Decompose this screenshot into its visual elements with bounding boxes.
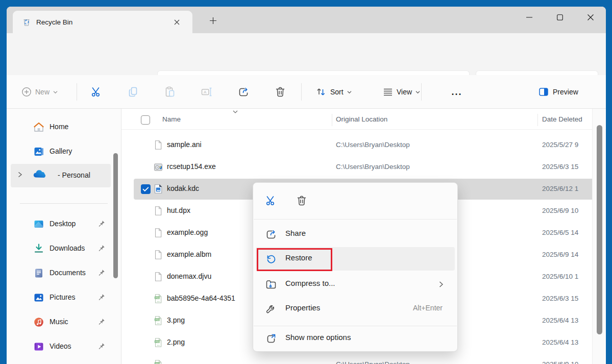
rename-button[interactable]: A [197,82,217,102]
check-icon [141,184,151,194]
menu-item-show-more-options[interactable]: Show more options [256,328,455,349]
sidebar-item-label: Videos [50,342,71,350]
sidebar-item-label: Documents [50,269,86,277]
pin-icon [97,269,106,279]
column-header-original-location[interactable]: Original Location [336,115,387,123]
preview-button[interactable]: Preview [533,82,585,102]
header-underline [121,129,606,130]
sidebar-item-documents[interactable]: Documents [11,263,111,283]
submenu-chevron-icon [437,280,445,290]
sidebar-item-downloads[interactable]: Downloads [11,238,111,259]
file-name: bab5895e-4a64-4351 [167,294,235,302]
new-button[interactable]: New [17,82,62,102]
svg-text:PNG: PNG [155,341,160,343]
file-name: hut.dpx [167,206,190,214]
show-more-icon [265,332,277,345]
sidebar-item-label: Gallery [50,147,72,155]
pin-icon [97,293,106,304]
menu-item-share[interactable]: Share [256,223,455,246]
menu-divider [254,326,457,326]
column-divider[interactable] [332,114,332,126]
menu-item-label: Share [285,229,306,237]
cut-button[interactable] [86,82,107,102]
sidebar-item-music[interactable]: Music [11,312,111,332]
file-type-icon: PNG [153,272,163,282]
share-button[interactable] [233,82,254,102]
file-name: sample.ani [167,140,202,149]
file-name: kodak.kdc [167,184,199,192]
sidebar-item-label: Downloads [50,244,85,252]
file-type-icon: PNG [153,359,163,364]
view-button[interactable]: View [378,82,425,102]
file-name: example.albm [167,250,211,258]
sidebar-item-label: Home [50,123,68,131]
title-bar: Recycle Bin [7,7,606,33]
pin-icon [97,342,106,353]
tab-close-icon[interactable] [170,15,183,29]
delete-menu-button[interactable] [291,190,312,211]
tab-recycle-bin[interactable]: Recycle Bin [13,11,192,33]
select-all-checkbox[interactable] [141,115,150,125]
svg-text:PNG: PNG [155,297,160,299]
table-row[interactable]: PNG rcsetup154.exe C:\Users\Bryan\Deskto… [121,156,606,178]
ellipsis-icon: ... [451,87,462,98]
home-icon [33,122,44,133]
paste-icon [164,86,176,98]
sidebar-item-gallery[interactable]: Gallery [11,141,111,162]
more-options-button[interactable]: ... [446,82,468,102]
file-date-deleted: 2025/6/3 15 [542,163,578,171]
file-type-icon: PNG [153,294,163,304]
copy-icon [127,86,139,98]
sidebar-item-pictures[interactable]: Pictures [11,287,111,308]
file-date-deleted: 2025/6/9 10 [542,207,578,214]
scrollbar-thumb[interactable] [597,125,602,334]
file-date-deleted: 2025/6/9 14 [542,251,578,258]
file-date-deleted: 2025/6/4 13 [542,317,578,324]
sidebar-divider [20,203,108,204]
new-button-label: New [35,88,50,96]
new-tab-button[interactable] [206,14,219,27]
cut-icon [265,195,277,207]
sidebar-scrollbar[interactable] [113,153,118,278]
column-divider[interactable] [537,114,538,126]
sidebar-item-label: Pictures [50,293,76,301]
row-checkbox[interactable] [141,184,151,194]
file-list-scrollbar[interactable] [592,109,605,364]
column-header-date-deleted[interactable]: Date Deleted [542,115,582,123]
svg-text:PNG: PNG [155,362,160,364]
minimize-button[interactable] [514,7,545,28]
menu-divider [254,219,457,220]
copy-button[interactable] [123,82,143,102]
sidebar-item-home[interactable]: Home [11,117,111,137]
delete-button[interactable] [270,82,290,102]
maximize-button[interactable] [545,7,575,28]
preview-icon [537,86,550,98]
sort-button[interactable]: Sort [311,82,356,102]
gallery-icon [33,146,44,157]
sidebar-item-label: Music [50,318,68,326]
menu-item-properties[interactable]: Properties Alt+Enter [256,297,455,321]
cut-menu-button[interactable] [261,190,281,211]
expand-chevron-icon[interactable] [16,171,23,181]
table-row[interactable]: PNG C:\Users\Bryan\Desktop 2025/6/9 10 [121,354,606,364]
menu-item-compress[interactable]: Compress to... [256,273,455,296]
close-button[interactable] [575,7,606,28]
sidebar-item-onedrive-personal[interactable]: - Personal [11,164,111,187]
file-explorer-window: Recycle Bin [7,7,606,364]
file-type-icon: PNG [153,228,163,238]
sidebar-item-videos[interactable]: Videos [11,336,111,357]
file-date-deleted: 2025/5/27 9 [542,141,578,149]
cut-icon [90,86,103,98]
table-row[interactable]: PNG sample.ani C:\Users\Bryan\Desktop 20… [121,134,606,156]
restore-highlight-annotation [257,248,332,271]
sidebar-item-label: Desktop [50,220,76,228]
preview-button-label: Preview [553,88,578,96]
recycle-bin-icon [22,17,31,27]
column-header-name[interactable]: Name [162,115,181,123]
delete-icon [296,195,308,207]
file-type-icon: PNG [153,184,163,194]
paste-button[interactable] [160,82,180,102]
view-button-label: View [397,88,412,96]
sidebar-item-desktop[interactable]: Desktop [11,214,111,234]
navigation-bar: Recycle Bin Search Recycle Bin [7,33,606,75]
